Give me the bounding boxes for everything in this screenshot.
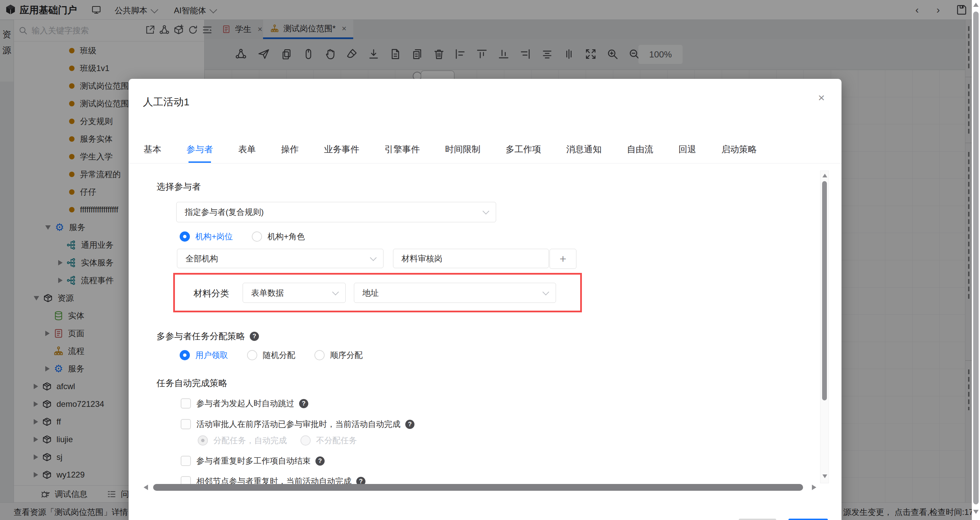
- tab-free-flow[interactable]: 自由流: [627, 143, 653, 163]
- checkbox[interactable]: [181, 398, 191, 409]
- close-icon[interactable]: ×: [818, 91, 825, 104]
- cancel-button-edge[interactable]: [739, 518, 776, 520]
- assignment-radios: 用户领取 随机分配 顺序分配: [180, 350, 363, 361]
- checkbox[interactable]: [181, 456, 191, 466]
- org-select[interactable]: 全部机构: [177, 249, 383, 268]
- scroll-right-icon[interactable]: [812, 485, 816, 490]
- radio-org-role[interactable]: [252, 231, 262, 242]
- tab-time-limit[interactable]: 时间限制: [445, 143, 480, 163]
- chevron-down-icon: [542, 289, 549, 295]
- section-auto-complete: 任务自动完成策略: [156, 377, 227, 389]
- tabs-divider: [129, 163, 842, 163]
- duplicate-workitem-checkbox-row: 参与者重复时多工作项自动结束 ?: [181, 455, 325, 466]
- post-field[interactable]: 材料审核岗: [393, 249, 549, 268]
- add-post-button[interactable]: +: [550, 249, 576, 269]
- tab-business-events[interactable]: 业务事件: [324, 143, 360, 163]
- radio-no-assign[interactable]: [301, 435, 311, 445]
- scroll-down-icon[interactable]: [973, 510, 978, 514]
- chevron-down-icon: [482, 208, 489, 214]
- scrollbar-thumb[interactable]: [822, 181, 827, 400]
- tab-actions[interactable]: 操作: [281, 143, 299, 163]
- dialog-vertical-scrollbar[interactable]: [820, 171, 829, 483]
- tab-form[interactable]: 表单: [238, 143, 256, 163]
- radio-random-assign[interactable]: [247, 350, 257, 360]
- page-scrollbar[interactable]: [972, 0, 980, 520]
- radio-org-post[interactable]: [180, 231, 190, 242]
- scroll-left-icon[interactable]: [143, 485, 148, 490]
- help-icon[interactable]: ?: [315, 457, 325, 466]
- scrollbar-thumb[interactable]: [973, 11, 978, 504]
- auto-skip-checkbox-row: 参与者为发起人时自动跳过 ?: [181, 398, 308, 409]
- prior-approval-sub-radios: 分配任务，自动完成 不分配任务: [198, 435, 357, 446]
- help-icon[interactable]: ?: [299, 399, 308, 408]
- material-field-select[interactable]: 地址: [354, 283, 556, 303]
- radio-sequential-assign[interactable]: [314, 350, 325, 360]
- prior-approval-checkbox-row: 活动审批人在前序活动已参与审批时，当前活动自动完成 ?: [181, 419, 414, 430]
- section-select-participants: 选择参与者: [156, 181, 201, 193]
- material-type-select[interactable]: 表单数据: [243, 283, 346, 303]
- participant-rule-select[interactable]: 指定参与者(复合规则): [176, 202, 496, 222]
- confirm-button-edge[interactable]: [788, 518, 828, 520]
- scroll-up-icon[interactable]: [973, 3, 978, 7]
- participant-mode-radios: 机构+岗位 机构+角色: [180, 231, 305, 242]
- tab-rollback[interactable]: 回退: [679, 143, 696, 163]
- material-highlight-box: 材料分类 表单数据 地址: [173, 273, 582, 312]
- material-label: 材料分类: [194, 287, 229, 300]
- dialog-tabs: 基本 参与者 表单 操作 业务事件 引擎事件 时间限制 多工作项 消息通知 自由…: [143, 143, 757, 163]
- help-icon[interactable]: ?: [405, 420, 414, 429]
- tab-start-policy[interactable]: 启动策略: [721, 143, 757, 163]
- chevron-down-icon: [370, 254, 377, 261]
- tab-basic[interactable]: 基本: [143, 143, 161, 163]
- dialog-title: 人工活动1: [143, 95, 189, 109]
- scroll-up-icon[interactable]: [822, 174, 827, 178]
- tab-participants[interactable]: 参与者: [186, 143, 213, 163]
- tab-engine-events[interactable]: 引擎事件: [385, 143, 420, 163]
- checkbox[interactable]: [181, 419, 191, 429]
- help-icon[interactable]: ?: [250, 332, 259, 341]
- radio-user-claim[interactable]: [180, 350, 190, 360]
- radio-assign-autocomplete[interactable]: [198, 435, 208, 445]
- dialog-horizontal-scrollbar[interactable]: [153, 484, 803, 491]
- chevron-down-icon: [332, 289, 339, 295]
- activity-dialog: 人工活动1 × 基本 参与者 表单 操作 业务事件 引擎事件 时间限制 多工作项…: [129, 79, 842, 520]
- tab-multi-workitem[interactable]: 多工作项: [506, 143, 541, 163]
- tab-notifications[interactable]: 消息通知: [566, 143, 601, 163]
- scroll-down-icon[interactable]: [822, 474, 827, 478]
- section-assignment-policy: 多参与者任务分配策略 ?: [156, 330, 259, 342]
